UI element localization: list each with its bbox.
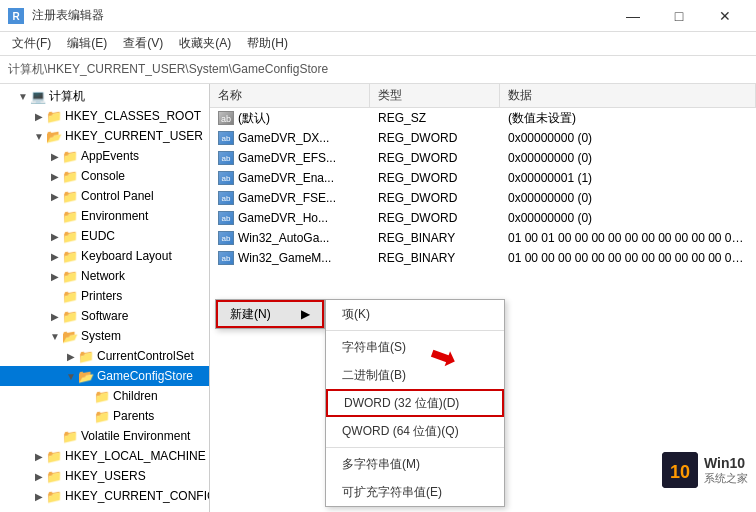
table-row[interactable]: ab Win32_GameM... REG_BINARY 01 00 00 00… bbox=[210, 248, 756, 268]
menu-view[interactable]: 查看(V) bbox=[115, 32, 171, 56]
tree-label-controlpanel: Control Panel bbox=[81, 189, 154, 203]
reg-icon-0: ab bbox=[218, 111, 234, 125]
address-label: 计算机\HKEY_CURRENT_USER\System\GameConfigS… bbox=[8, 61, 328, 78]
minimize-button[interactable]: — bbox=[610, 0, 656, 32]
td-type-1: REG_DWORD bbox=[370, 131, 500, 145]
expand-currentcontrolset[interactable]: ▶ bbox=[64, 349, 78, 363]
tree-item-keyboardlayout[interactable]: ▶ 📁 Keyboard Layout bbox=[0, 246, 209, 266]
td-data-6: 01 00 01 00 00 00 00 00 00 00 00 00 00 0… bbox=[500, 231, 756, 245]
table-row[interactable]: ab (默认) REG_SZ (数值未设置) bbox=[210, 108, 756, 128]
close-button[interactable]: ✕ bbox=[702, 0, 748, 32]
expand-controlpanel[interactable]: ▶ bbox=[48, 189, 62, 203]
tree-label-children: Children bbox=[113, 389, 158, 403]
watermark: 10 Win10 系统之家 bbox=[662, 452, 748, 488]
td-name-1: ab GameDVR_DX... bbox=[210, 131, 370, 145]
table-row[interactable]: ab GameDVR_DX... REG_DWORD 0x00000000 (0… bbox=[210, 128, 756, 148]
tree-item-currentcontrolset[interactable]: ▶ 📁 CurrentControlSet bbox=[0, 346, 209, 366]
tree-item-volatileenv[interactable]: 📁 Volatile Environment bbox=[0, 426, 209, 446]
expand-system[interactable]: ▼ bbox=[48, 329, 62, 343]
tree-label-network: Network bbox=[81, 269, 125, 283]
tree-item-hkcu[interactable]: ▼ 📂 HKEY_CURRENT_USER bbox=[0, 126, 209, 146]
tree-item-appevents[interactable]: ▶ 📁 AppEvents bbox=[0, 146, 209, 166]
tree-item-eudc[interactable]: ▶ 📁 EUDC bbox=[0, 226, 209, 246]
folder-icon-hku: 📁 bbox=[46, 469, 62, 484]
menu-file[interactable]: 文件(F) bbox=[4, 32, 59, 56]
folder-icon-controlpanel: 📁 bbox=[62, 189, 78, 204]
expand-hkcr[interactable]: ▶ bbox=[32, 109, 46, 123]
maximize-button[interactable]: □ bbox=[656, 0, 702, 32]
tree-panel: ▼ 💻 计算机 ▶ 📁 HKEY_CLASSES_ROOT ▼ 📂 HKEY_C… bbox=[0, 84, 210, 512]
expand-gameconfigstore[interactable]: ▼ bbox=[64, 369, 78, 383]
tree-item-system[interactable]: ▼ 📂 System bbox=[0, 326, 209, 346]
watermark-subtitle: 系统之家 bbox=[704, 471, 748, 486]
expand-software[interactable]: ▶ bbox=[48, 309, 62, 323]
tree-label-hku: HKEY_USERS bbox=[65, 469, 146, 483]
folder-icon-volatileenv: 📁 bbox=[62, 429, 78, 444]
table-header: 名称 类型 数据 bbox=[210, 84, 756, 108]
tree-item-controlpanel[interactable]: ▶ 📁 Control Panel bbox=[0, 186, 209, 206]
address-bar: 计算机\HKEY_CURRENT_USER\System\GameConfigS… bbox=[0, 56, 756, 84]
tree-item-hklm[interactable]: ▶ 📁 HKEY_LOCAL_MACHINE bbox=[0, 446, 209, 466]
folder-icon-eudc: 📁 bbox=[62, 229, 78, 244]
tree-item-children[interactable]: 📁 Children bbox=[0, 386, 209, 406]
tree-item-console[interactable]: ▶ 📁 Console bbox=[0, 166, 209, 186]
computer-icon: 💻 bbox=[30, 89, 46, 104]
reg-icon-2: ab bbox=[218, 151, 234, 165]
expand-children[interactable] bbox=[80, 389, 94, 403]
expand-parents[interactable] bbox=[80, 409, 94, 423]
expand-hku[interactable]: ▶ bbox=[32, 469, 46, 483]
menu-favorites[interactable]: 收藏夹(A) bbox=[171, 32, 239, 56]
expand-appevents[interactable]: ▶ bbox=[48, 149, 62, 163]
tree-item-network[interactable]: ▶ 📁 Network bbox=[0, 266, 209, 286]
folder-icon-hkcc: 📁 bbox=[46, 489, 62, 504]
expand-environment[interactable] bbox=[48, 209, 62, 223]
tree-label-appevents: AppEvents bbox=[81, 149, 139, 163]
td-name-2: ab GameDVR_EFS... bbox=[210, 151, 370, 165]
table-row[interactable]: ab GameDVR_FSE... REG_DWORD 0x00000000 (… bbox=[210, 188, 756, 208]
tree-item-hkcr[interactable]: ▶ 📁 HKEY_CLASSES_ROOT bbox=[0, 106, 209, 126]
expand-hkcu[interactable]: ▼ bbox=[32, 129, 46, 143]
app-icon: R bbox=[8, 8, 24, 24]
tree-item-software[interactable]: ▶ 📁 Software bbox=[0, 306, 209, 326]
expand-keyboardlayout[interactable]: ▶ bbox=[48, 249, 62, 263]
tree-item-environment[interactable]: 📁 Environment bbox=[0, 206, 209, 226]
tree-item-hku[interactable]: ▶ 📁 HKEY_USERS bbox=[0, 466, 209, 486]
tree-label-hkcr: HKEY_CLASSES_ROOT bbox=[65, 109, 201, 123]
expand-volatileenv[interactable] bbox=[48, 429, 62, 443]
expand-console[interactable]: ▶ bbox=[48, 169, 62, 183]
table-row[interactable]: ab GameDVR_Ena... REG_DWORD 0x00000001 (… bbox=[210, 168, 756, 188]
window-title: 注册表编辑器 bbox=[32, 7, 104, 24]
table-row[interactable]: ab Win32_AutoGa... REG_BINARY 01 00 01 0… bbox=[210, 228, 756, 248]
table-row[interactable]: ab GameDVR_Ho... REG_DWORD 0x00000000 (0… bbox=[210, 208, 756, 228]
folder-icon-printers: 📁 bbox=[62, 289, 78, 304]
td-type-3: REG_DWORD bbox=[370, 171, 500, 185]
folder-icon-gameconfigstore: 📂 bbox=[78, 369, 94, 384]
col-header-name: 名称 bbox=[210, 84, 370, 107]
expand-hklm[interactable]: ▶ bbox=[32, 449, 46, 463]
tree-item-gameconfigstore[interactable]: ▼ 📂 GameConfigStore bbox=[0, 366, 209, 386]
svg-text:10: 10 bbox=[670, 462, 690, 482]
tree-item-computer[interactable]: ▼ 💻 计算机 bbox=[0, 86, 209, 106]
expand-hkcc[interactable]: ▶ bbox=[32, 489, 46, 503]
tree-item-hkcc[interactable]: ▶ 📁 HKEY_CURRENT_CONFIG bbox=[0, 486, 209, 506]
reg-icon-6: ab bbox=[218, 231, 234, 245]
reg-icon-7: ab bbox=[218, 251, 234, 265]
td-type-2: REG_DWORD bbox=[370, 151, 500, 165]
td-data-5: 0x00000000 (0) bbox=[500, 211, 756, 225]
watermark-logo: 10 bbox=[662, 452, 698, 488]
expand-computer[interactable]: ▼ bbox=[16, 89, 30, 103]
menu-edit[interactable]: 编辑(E) bbox=[59, 32, 115, 56]
expand-printers[interactable] bbox=[48, 289, 62, 303]
td-type-6: REG_BINARY bbox=[370, 231, 500, 245]
tree-item-parents[interactable]: 📁 Parents bbox=[0, 406, 209, 426]
td-type-5: REG_DWORD bbox=[370, 211, 500, 225]
tree-label-keyboardlayout: Keyboard Layout bbox=[81, 249, 172, 263]
tree-item-printers[interactable]: 📁 Printers bbox=[0, 286, 209, 306]
reg-icon-3: ab bbox=[218, 171, 234, 185]
menu-help[interactable]: 帮助(H) bbox=[239, 32, 296, 56]
table-row[interactable]: ab GameDVR_EFS... REG_DWORD 0x00000000 (… bbox=[210, 148, 756, 168]
td-data-2: 0x00000000 (0) bbox=[500, 151, 756, 165]
expand-eudc[interactable]: ▶ bbox=[48, 229, 62, 243]
td-name-6: ab Win32_AutoGa... bbox=[210, 231, 370, 245]
expand-network[interactable]: ▶ bbox=[48, 269, 62, 283]
